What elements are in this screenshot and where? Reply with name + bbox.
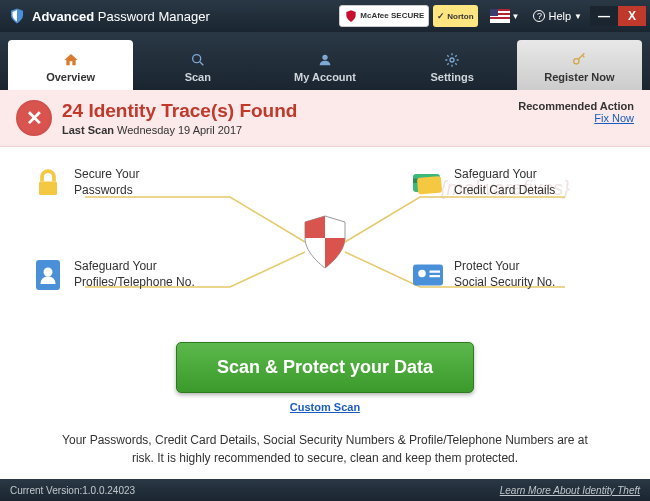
svg-point-12 bbox=[44, 268, 53, 277]
learn-more-link[interactable]: Learn More About Identity Theft bbox=[500, 485, 640, 496]
scan-protect-button[interactable]: Scan & Protect your Data bbox=[176, 342, 474, 393]
credit-card-icon bbox=[410, 165, 446, 201]
tab-register-now[interactable]: Register Now bbox=[517, 40, 642, 90]
lock-icon bbox=[30, 165, 66, 201]
titlebar: Advanced Password Manager McAfee SECURE … bbox=[0, 0, 650, 32]
alert-x-icon: ✕ bbox=[16, 100, 52, 136]
cta-section: Scan & Protect your Data Custom Scan bbox=[0, 337, 650, 423]
help-menu[interactable]: ?Help▼ bbox=[533, 10, 582, 22]
key-icon bbox=[570, 52, 588, 68]
content-area: ✕ 24 Identity Trace(s) Found Last Scan W… bbox=[0, 90, 650, 477]
svg-point-2 bbox=[322, 54, 327, 59]
mcafee-badge: McAfee SECURE bbox=[339, 5, 429, 27]
app-title: Advanced Password Manager bbox=[32, 9, 210, 24]
minimize-button[interactable]: — bbox=[590, 6, 618, 26]
tab-overview[interactable]: Overview bbox=[8, 40, 133, 90]
tab-settings[interactable]: Settings bbox=[390, 40, 515, 90]
tab-my-account[interactable]: My Account bbox=[262, 40, 387, 90]
flag-dropdown-icon[interactable]: ▼ bbox=[512, 12, 520, 21]
svg-rect-15 bbox=[430, 271, 441, 273]
fix-now-link[interactable]: Fix Now bbox=[518, 112, 634, 124]
tab-scan[interactable]: Scan bbox=[135, 40, 260, 90]
feature-ssn: Protect Your Social Security No. bbox=[410, 257, 620, 293]
search-icon bbox=[189, 52, 207, 68]
security-badges: McAfee SECURE ✓Norton bbox=[339, 5, 477, 27]
svg-rect-7 bbox=[39, 182, 57, 196]
svg-point-14 bbox=[418, 270, 426, 278]
svg-rect-16 bbox=[430, 275, 441, 277]
feature-passwords: Secure Your Passwords bbox=[30, 165, 240, 201]
svg-rect-10 bbox=[417, 176, 442, 195]
svg-point-3 bbox=[450, 58, 454, 62]
flag-us-icon[interactable] bbox=[490, 9, 510, 23]
home-icon bbox=[62, 52, 80, 68]
description-text: Your Passwords, Credit Card Details, Soc… bbox=[0, 423, 650, 477]
features-diagram: {malwarefixes} Secure Your Passwords Saf… bbox=[0, 147, 650, 337]
tab-bar: Overview Scan My Account Settings Regist… bbox=[0, 32, 650, 90]
recommended-action-label: Recommended Action bbox=[518, 100, 634, 112]
last-scan-info: Last Scan Wednesday 19 April 2017 bbox=[62, 124, 297, 136]
svg-line-6 bbox=[583, 55, 585, 57]
feature-credit-card: Safeguard Your Credit Card Details bbox=[410, 165, 620, 201]
svg-point-4 bbox=[574, 58, 579, 63]
svg-point-0 bbox=[192, 54, 200, 62]
feature-profiles: Safeguard Your Profiles/Telephone No. bbox=[30, 257, 240, 293]
alert-headline: 24 Identity Trace(s) Found bbox=[62, 100, 297, 122]
custom-scan-link[interactable]: Custom Scan bbox=[290, 401, 360, 413]
app-shield-icon bbox=[8, 7, 26, 25]
user-icon bbox=[316, 52, 334, 68]
id-card-icon bbox=[410, 257, 446, 293]
gear-icon bbox=[443, 52, 461, 68]
norton-badge: ✓Norton bbox=[433, 5, 477, 27]
svg-line-1 bbox=[200, 62, 203, 65]
close-button[interactable]: X bbox=[618, 6, 646, 26]
alert-banner: ✕ 24 Identity Trace(s) Found Last Scan W… bbox=[0, 90, 650, 147]
center-shield-icon bbox=[300, 214, 350, 270]
phone-icon bbox=[30, 257, 66, 293]
footer-bar: Current Version:1.0.0.24023 Learn More A… bbox=[0, 479, 650, 501]
version-label: Current Version:1.0.0.24023 bbox=[10, 485, 135, 496]
